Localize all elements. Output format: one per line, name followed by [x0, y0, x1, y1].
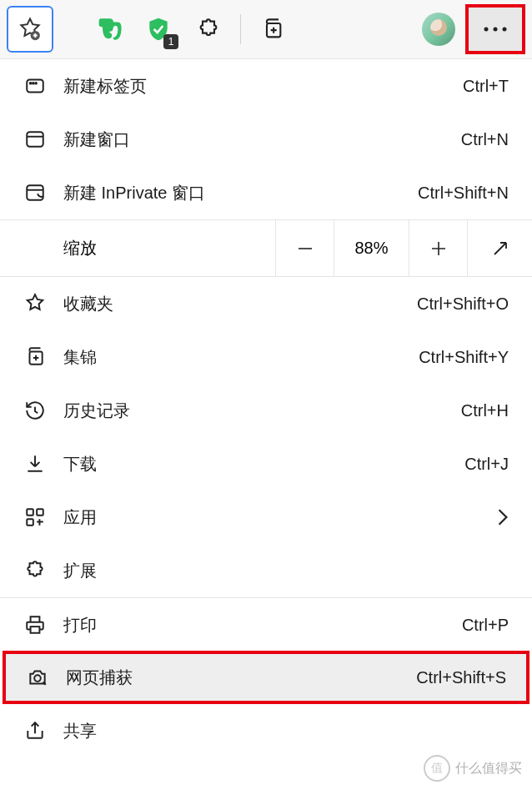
collections-label: 集锦: [63, 346, 402, 369]
evernote-extension-button[interactable]: [85, 6, 132, 53]
svg-point-6: [30, 83, 32, 84]
more-horizontal-icon: [483, 26, 508, 33]
extensions-label: 扩展: [63, 560, 509, 582]
downloads-item[interactable]: 下载 Ctrl+J: [0, 437, 532, 491]
svg-rect-10: [27, 185, 43, 199]
new-window-label: 新建窗口: [63, 128, 444, 151]
watermark: 值 什么值得买: [424, 755, 522, 782]
history-shortcut: Ctrl+H: [461, 401, 509, 420]
favorites-item[interactable]: 收藏夹 Ctrl+Shift+O: [0, 277, 532, 330]
shield-extension-button[interactable]: 1: [135, 6, 182, 53]
puzzle-icon: [23, 559, 47, 582]
collections-shortcut: Ctrl+Shift+Y: [419, 348, 509, 367]
svg-rect-15: [31, 626, 40, 633]
favorites-shortcut: Ctrl+Shift+O: [417, 294, 509, 314]
chevron-right-icon: [497, 508, 509, 526]
svg-rect-12: [27, 509, 33, 516]
evernote-icon: [94, 15, 123, 43]
extensions-item[interactable]: 扩展: [0, 544, 532, 597]
star-icon: [23, 292, 47, 315]
share-item[interactable]: 共享: [0, 704, 532, 757]
watermark-symbol: 值: [424, 755, 450, 782]
svg-point-2: [484, 28, 489, 32]
svg-point-7: [33, 83, 34, 84]
avatar: [422, 13, 455, 46]
web-capture-label: 网页捕获: [66, 667, 399, 689]
web-capture-item[interactable]: 网页捕获 Ctrl+Shift+S: [3, 651, 529, 704]
svg-rect-14: [27, 519, 33, 526]
favorites-label: 收藏夹: [63, 293, 400, 315]
window-icon: [23, 128, 47, 151]
downloads-label: 下载: [63, 453, 448, 476]
collections-icon: [23, 345, 47, 369]
svg-point-16: [34, 675, 41, 682]
web-capture-shortcut: Ctrl+Shift+S: [416, 668, 506, 687]
svg-rect-9: [27, 132, 43, 146]
minus-icon: [295, 239, 315, 259]
zoom-value: 88%: [334, 220, 409, 277]
new-tab-shortcut: Ctrl+T: [463, 77, 509, 96]
browser-toolbar: 1: [0, 0, 532, 58]
collections-icon: [261, 18, 284, 41]
zoom-out-button[interactable]: [275, 220, 334, 277]
svg-rect-13: [37, 509, 43, 516]
print-shortcut: Ctrl+P: [462, 616, 509, 635]
fullscreen-button[interactable]: [467, 220, 532, 277]
add-favorite-button[interactable]: [7, 6, 53, 53]
fullscreen-icon: [490, 239, 510, 259]
zoom-in-button[interactable]: [409, 220, 467, 277]
plus-icon: [429, 239, 449, 259]
new-window-shortcut: Ctrl+N: [461, 130, 509, 149]
puzzle-icon: [197, 18, 220, 41]
print-icon: [23, 613, 47, 637]
collections-item[interactable]: 集锦 Ctrl+Shift+Y: [0, 330, 532, 384]
history-icon: [23, 399, 47, 422]
profile-button[interactable]: [415, 6, 462, 53]
toolbar-divider: [240, 14, 241, 44]
svg-point-4: [503, 28, 507, 32]
collections-toolbar-button[interactable]: [249, 6, 296, 53]
new-tab-label: 新建标签页: [63, 75, 446, 98]
new-tab-icon: [23, 74, 47, 98]
new-window-item[interactable]: 新建窗口 Ctrl+N: [0, 113, 532, 166]
star-add-icon: [18, 17, 43, 42]
new-tab-item[interactable]: 新建标签页 Ctrl+T: [0, 59, 532, 113]
history-item[interactable]: 历史记录 Ctrl+H: [0, 384, 532, 437]
zoom-label: 缩放: [0, 237, 275, 259]
camera-icon: [26, 666, 49, 689]
download-icon: [23, 452, 47, 476]
more-menu-button[interactable]: [465, 4, 525, 54]
new-inprivate-label: 新建 InPrivate 窗口: [63, 182, 401, 204]
apps-label: 应用: [63, 506, 480, 529]
settings-menu: 新建标签页 Ctrl+T 新建窗口 Ctrl+N 新建 InPrivate 窗口…: [0, 58, 532, 757]
share-icon: [23, 719, 47, 742]
shield-badge: 1: [163, 34, 178, 49]
new-inprivate-shortcut: Ctrl+Shift+N: [418, 184, 509, 203]
zoom-row: 缩放 88%: [0, 220, 532, 277]
extensions-toolbar-button[interactable]: [185, 6, 232, 53]
print-item[interactable]: 打印 Ctrl+P: [0, 598, 532, 652]
share-label: 共享: [63, 720, 509, 742]
history-label: 历史记录: [63, 400, 444, 422]
svg-point-3: [494, 28, 498, 32]
apps-icon: [23, 506, 47, 529]
print-label: 打印: [63, 614, 445, 637]
watermark-text: 什么值得买: [455, 760, 522, 777]
new-inprivate-item[interactable]: 新建 InPrivate 窗口 Ctrl+Shift+N: [0, 166, 532, 219]
svg-point-8: [35, 83, 37, 84]
apps-item[interactable]: 应用: [0, 491, 532, 544]
downloads-shortcut: Ctrl+J: [464, 455, 509, 474]
svg-rect-5: [27, 79, 43, 92]
inprivate-icon: [23, 181, 47, 204]
